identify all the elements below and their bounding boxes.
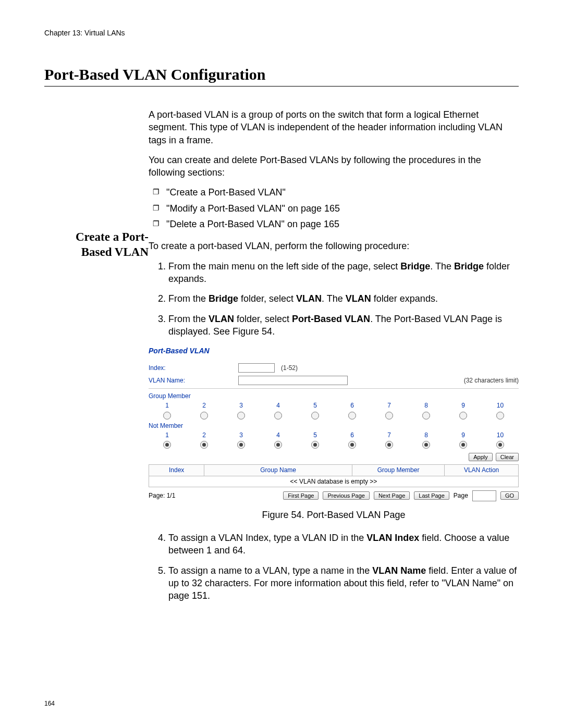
vlan-name-input[interactable] <box>238 376 348 385</box>
intro-paragraph-2: You can create and delete Port-Based VLA… <box>149 154 519 179</box>
group-member-radio-7[interactable] <box>385 412 393 419</box>
not-member-label: Not Member <box>149 422 519 430</box>
bullet-item: "Create a Port-Based VLAN" <box>166 186 519 199</box>
page-indicator: Page: 1/1 <box>149 491 175 500</box>
previous-page-button[interactable]: Previous Page <box>323 491 370 500</box>
index-input[interactable] <box>238 363 275 373</box>
page-input[interactable] <box>472 490 496 501</box>
page-title: Port-Based VLAN Configuration <box>44 66 519 87</box>
procedure-links-list: "Create a Port-Based VLAN" "Modify a Por… <box>149 186 519 230</box>
not-member-radio-1[interactable] <box>163 441 171 449</box>
last-page-button[interactable]: Last Page <box>414 491 449 500</box>
chapter-label: Chapter 13: Virtual LANs <box>44 29 519 37</box>
not-member-radio-2[interactable] <box>200 441 208 449</box>
section-heading: Create a Port- Based VLAN <box>44 230 149 260</box>
not-member-radio-9[interactable] <box>459 441 467 449</box>
pager: Page: 1/1 First Page Previous Page Next … <box>149 490 519 501</box>
not-member-radio-5[interactable] <box>311 441 319 449</box>
not-member-grid: 1 2 3 4 5 6 7 8 9 10 <box>149 431 519 451</box>
group-member-radio-10[interactable] <box>496 412 504 419</box>
step-3: From the VLAN folder, select Port-Based … <box>168 313 519 338</box>
page-number: 164 <box>44 700 55 707</box>
lead-sentence: To create a port-based VLAN, perform the… <box>149 240 519 252</box>
th-vlan-action: VLAN Action <box>445 465 519 476</box>
intro-paragraph-1: A port-based VLAN is a group of ports on… <box>149 108 519 146</box>
index-label: Index: <box>149 364 232 372</box>
group-member-radio-9[interactable] <box>459 412 467 419</box>
bullet-item: "Delete a Port-Based VLAN" on page 165 <box>166 218 519 230</box>
not-member-radio-4[interactable] <box>274 441 282 449</box>
not-member-radio-7[interactable] <box>385 441 393 449</box>
group-member-radio-5[interactable] <box>311 412 319 419</box>
procedure-steps-cont: To assign a VLAN Index, type a VLAN ID i… <box>149 532 519 602</box>
divider <box>149 388 519 389</box>
index-hint: (1-52) <box>281 364 298 372</box>
th-index: Index <box>149 465 204 476</box>
figure-caption: Figure 54. Port-Based VLAN Page <box>149 509 519 521</box>
group-member-grid: 1 2 3 4 5 6 7 8 9 10 <box>149 401 519 422</box>
not-member-radio-10[interactable] <box>496 441 504 449</box>
clear-button[interactable]: Clear <box>496 453 519 461</box>
vlan-name-label: VLAN Name: <box>149 376 232 385</box>
apply-button[interactable]: Apply <box>469 453 493 461</box>
bullet-item: "Modify a Port-Based VLAN" on page 165 <box>166 202 519 215</box>
step-5: To assign a name to a VLAN, type a name … <box>168 564 519 602</box>
panel-title: Port-Based VLAN <box>149 346 519 356</box>
go-button[interactable]: GO <box>500 491 519 500</box>
first-page-button[interactable]: First Page <box>283 491 319 500</box>
group-member-radio-6[interactable] <box>348 412 356 419</box>
page-word: Page <box>454 491 468 500</box>
group-member-radio-2[interactable] <box>200 412 208 419</box>
step-1: From the main menu on the left side of t… <box>168 260 519 286</box>
not-member-radio-8[interactable] <box>422 441 430 449</box>
not-member-radio-6[interactable] <box>348 441 356 449</box>
step-4: To assign a VLAN Index, type a VLAN ID i… <box>168 532 519 557</box>
group-member-radio-4[interactable] <box>274 412 282 419</box>
th-group-name: Group Name <box>204 465 352 476</box>
vlan-name-hint: (32 characters limit) <box>464 376 519 385</box>
step-2: From the Bridge folder, select VLAN. The… <box>168 292 519 305</box>
group-member-radio-1[interactable] <box>163 412 171 419</box>
procedure-steps: From the main menu on the left side of t… <box>149 260 519 338</box>
next-page-button[interactable]: Next Page <box>374 491 410 500</box>
vlan-database-table: Index Group Name Group Member VLAN Actio… <box>149 464 519 487</box>
port-based-vlan-figure: Port-Based VLAN Index: (1-52) VLAN Name:… <box>149 346 519 501</box>
not-member-radio-3[interactable] <box>237 441 245 449</box>
group-member-radio-3[interactable] <box>237 412 245 419</box>
empty-row: << VLAN database is empty >> <box>149 476 519 487</box>
th-group-member: Group Member <box>352 465 444 476</box>
group-member-radio-8[interactable] <box>422 412 430 419</box>
group-member-label: Group Member <box>149 392 519 400</box>
